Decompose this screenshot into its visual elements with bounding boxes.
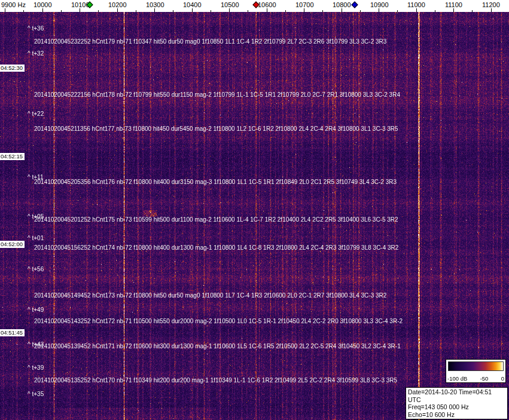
freq-axis-label: 10800 [333, 1, 351, 8]
detection-log-entry: 20141020045135252 hCnt170 nb-71 f10349 h… [34, 377, 397, 384]
freq-axis-tick [136, 10, 136, 12]
freq-axis-tick [154, 8, 155, 12]
freq-axis-tick [472, 10, 473, 12]
freq-axis-tick [491, 8, 492, 12]
freq-axis-label: 11000 [407, 1, 425, 8]
freq-axis-tick [285, 10, 286, 12]
detection-log-entry: 20141020045211356 hCnt177 nb-73 f10800 h… [34, 125, 398, 132]
freq-axis-tick [229, 8, 230, 12]
event-time-marker: ^ t+49 [28, 306, 44, 313]
db-scale-labels: -100 dB -50 0 [446, 375, 505, 382]
db-gradient-bar [448, 361, 504, 371]
detection-log-entry: 20141020045156252 hCnt174 nb-72 f10800 h… [34, 244, 398, 251]
info-line: Echo=10 600 Hz [408, 411, 505, 419]
freq-axis-tick [80, 8, 80, 12]
freq-axis-label: 10900 [370, 1, 389, 8]
frequency-axis: 9900 Hz100001010010200103001040010500106… [0, 0, 509, 12]
freq-axis-label: 10600 [258, 1, 276, 8]
freq-axis-tick [248, 10, 248, 12]
freq-axis-tick [360, 10, 361, 12]
freq-axis-label: 10000 [33, 1, 52, 8]
freq-axis-tick [416, 8, 417, 12]
freq-axis-label: 10400 [183, 1, 202, 8]
freq-axis-tick [211, 10, 211, 12]
freq-axis-tick [23, 10, 24, 12]
detection-log-entry: 20141020045201252 hCnt175 nb-73 f10599 h… [34, 216, 398, 223]
time-axis-label: 04:52:00 [0, 241, 25, 248]
freq-axis-label: 10300 [146, 1, 164, 8]
status-info-box: Date=2014-10-20 Time=04:51 UTCFreq=143 0… [406, 387, 508, 419]
info-line: Freq=143 050 000 Hz [408, 403, 505, 411]
time-axis-label: 04:52:15 [0, 153, 25, 160]
detection-log-entry: 20141020045149452 hCnt173 nb-72 f10800 h… [34, 292, 386, 299]
freq-axis-label: 11200 [482, 1, 500, 8]
freq-axis-tick [322, 10, 323, 12]
event-time-marker: ^ t+39 [28, 364, 44, 371]
db-max-label: 0 [501, 375, 504, 382]
event-time-marker: ^ t+32 [28, 50, 44, 57]
event-time-marker: ^ t+56 [28, 266, 44, 272]
freq-axis-tick [61, 10, 62, 12]
freq-axis-label: 10700 [295, 1, 314, 8]
event-time-marker: ^ t+05 [28, 213, 44, 220]
time-axis-label: 04:51:45 [0, 329, 25, 336]
freq-axis-label: 10500 [221, 1, 239, 8]
detection-log-entry: 20141020045143252 hCnt172 nb-71 f10500 h… [34, 318, 403, 324]
freq-axis-label: 11100 [445, 1, 462, 8]
freq-axis-tick [98, 10, 99, 12]
info-line: Date=2014-10-20 Time=04:51 UTC [408, 388, 505, 403]
freq-axis-label: 9900 Hz [1, 1, 26, 8]
freq-axis-tick [267, 8, 267, 12]
freq-axis-label: 10200 [108, 1, 127, 8]
freq-axis-tick [173, 10, 173, 12]
freq-axis-tick [192, 8, 193, 12]
detection-log-entry: 20141020045232252 hCnt179 nb-71 f10347 h… [34, 38, 386, 45]
freq-axis-tick [117, 8, 118, 12]
freq-axis-tick [42, 8, 43, 12]
detection-log-entry: 20141020045139452 hCnt171 nb-72 f10600 h… [34, 343, 401, 350]
time-axis-label: 04:52:30 [0, 65, 25, 72]
db-min-label: -100 dB [447, 375, 467, 382]
freq-axis-tick [435, 10, 435, 12]
event-time-marker: ^ t+01 [28, 235, 44, 241]
freq-axis-tick [304, 8, 304, 12]
event-time-marker: ^ t+36 [28, 25, 44, 32]
db-color-scale: -100 dB -50 0 [446, 359, 506, 383]
event-time-marker: ^ t+35 [28, 391, 44, 397]
event-time-marker: ^ t+11 [28, 174, 43, 180]
freq-axis-tick [5, 8, 5, 12]
blue-diamond-marker [351, 1, 358, 8]
freq-axis-tick [379, 8, 379, 12]
detection-log-entry: 20141020045205356 hCnt176 nb-72 f10800 h… [34, 179, 397, 185]
freq-axis-tick [397, 10, 398, 12]
meteor-spectrogram-screen: 9900 Hz100001010010200103001040010500106… [0, 0, 509, 420]
event-time-marker: ^ t+22 [28, 111, 44, 117]
detection-log-entry: 20141020045222156 hCnt178 nb-72 f10799 h… [34, 91, 400, 98]
freq-axis-tick [453, 8, 454, 12]
event-time-marker: ^ t+43 [28, 341, 44, 348]
freq-axis-tick [342, 8, 342, 12]
db-mid-label: -50 [480, 375, 489, 382]
